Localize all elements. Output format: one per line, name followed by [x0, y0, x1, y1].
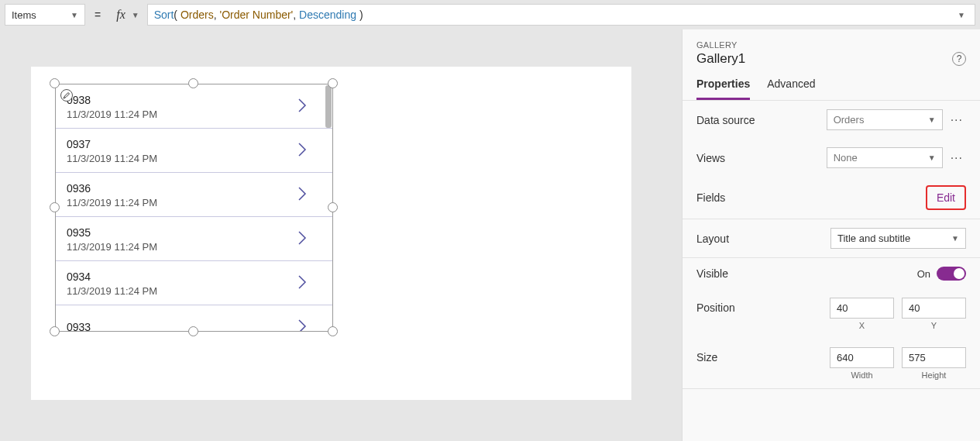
- size-width-input[interactable]: [830, 347, 894, 368]
- size-width-caption: Width: [851, 370, 872, 380]
- views-select[interactable]: None ▼: [827, 147, 943, 168]
- property-select-label: Items: [12, 9, 36, 21]
- fields-label: Fields: [696, 191, 926, 204]
- views-value: None: [834, 152, 858, 164]
- row-size: Size Width Height: [683, 339, 980, 388]
- formula-fn: Sort: [154, 9, 174, 21]
- properties-panel: GALLERY Gallery1 ? Properties Advanced D…: [682, 29, 980, 441]
- list-item-subtitle: 11/3/2019 11:24 PM: [67, 197, 297, 208]
- row-views: Views None ▼ ···: [683, 139, 980, 177]
- size-label: Size: [696, 347, 830, 363]
- formula-bar: Items ▼ = fx ▼ Sort( Orders, 'Order Numb…: [0, 0, 980, 29]
- list-item-subtitle: 11/3/2019 11:24 PM: [67, 109, 297, 120]
- chevron-right-icon[interactable]: [297, 186, 322, 205]
- panel-header: GALLERY Gallery1 ? Properties Advanced: [683, 29, 980, 101]
- list-item-text: 0937 11/3/2019 11:24 PM: [67, 138, 297, 164]
- formula-sep2: ,: [293, 9, 299, 21]
- size-height-input[interactable]: [902, 347, 966, 368]
- position-y-caption: Y: [931, 321, 937, 330]
- row-data-source: Data source Orders ▼ ···: [683, 101, 980, 139]
- list-item[interactable]: 0934 11/3/2019 11:24 PM: [56, 261, 332, 305]
- gallery-scroll: 0938 11/3/2019 11:24 PM 0937 11/3/2019 1…: [56, 84, 332, 331]
- gallery-control[interactable]: 0938 11/3/2019 11:24 PM 0937 11/3/2019 1…: [55, 84, 333, 332]
- formula-arg1: Orders: [181, 9, 214, 21]
- chevron-down-icon: ▼: [928, 153, 936, 162]
- position-x-input[interactable]: [830, 298, 894, 319]
- data-source-value: Orders: [834, 114, 865, 126]
- resize-handle-nw[interactable]: [50, 78, 60, 88]
- pencil-icon[interactable]: [60, 89, 73, 102]
- panel-type: GALLERY: [696, 40, 966, 50]
- panel-body: Data source Orders ▼ ··· Views None ▼ ··…: [683, 101, 980, 389]
- layout-select[interactable]: Title and subtitle ▼: [830, 228, 966, 249]
- chevron-right-icon[interactable]: [297, 274, 322, 293]
- data-source-label: Data source: [696, 114, 827, 126]
- scrollbar-thumb[interactable]: [325, 85, 332, 128]
- row-position: Position X Y: [683, 289, 980, 339]
- list-item[interactable]: 0938 11/3/2019 11:24 PM: [56, 84, 332, 129]
- position-label: Position: [696, 298, 830, 314]
- list-item-subtitle: 11/3/2019 11:24 PM: [67, 153, 297, 164]
- list-item[interactable]: 0936 11/3/2019 11:24 PM: [56, 173, 332, 217]
- visible-value: On: [917, 268, 930, 280]
- formula-close: ): [356, 9, 363, 21]
- visible-toggle[interactable]: [937, 267, 966, 281]
- chevron-down-icon: ▼: [928, 115, 936, 124]
- resize-handle-w[interactable]: [50, 202, 60, 212]
- layout-label: Layout: [696, 233, 830, 245]
- row-fields: Fields Edit: [683, 177, 980, 219]
- canvas-area: 0938 11/3/2019 11:24 PM 0937 11/3/2019 1…: [0, 29, 682, 441]
- equals-sign: =: [90, 9, 105, 21]
- canvas[interactable]: 0938 11/3/2019 11:24 PM 0937 11/3/2019 1…: [31, 67, 631, 400]
- views-label: Views: [696, 152, 827, 164]
- resize-handle-e[interactable]: [328, 202, 338, 212]
- chevron-right-icon[interactable]: [297, 142, 322, 160]
- size-height-caption: Height: [922, 370, 947, 380]
- chevron-right-icon[interactable]: [297, 230, 322, 249]
- chevron-down-icon: ▼: [132, 11, 139, 19]
- formula-open: (: [174, 9, 181, 21]
- fx-dropdown[interactable]: fx ▼: [110, 8, 142, 22]
- resize-handle-n[interactable]: [188, 78, 198, 88]
- list-item-subtitle: 11/3/2019 11:24 PM: [67, 241, 297, 253]
- formula-content: Sort( Orders, 'Order Number', Descending…: [154, 9, 954, 21]
- property-select[interactable]: Items ▼: [5, 4, 85, 26]
- data-source-select[interactable]: Orders ▼: [827, 109, 943, 130]
- list-item[interactable]: 0937 11/3/2019 11:24 PM: [56, 129, 332, 173]
- list-item-text: 0935 11/3/2019 11:24 PM: [67, 226, 297, 253]
- list-item-subtitle: 11/3/2019 11:24 PM: [67, 285, 297, 297]
- list-item-title: 0935: [67, 226, 297, 239]
- list-item-title: 0937: [67, 138, 297, 150]
- resize-handle-ne[interactable]: [328, 78, 338, 88]
- list-item-text: 0933: [67, 321, 297, 332]
- list-item-text: 0936 11/3/2019 11:24 PM: [67, 182, 297, 208]
- tab-properties[interactable]: Properties: [696, 78, 750, 100]
- position-y-input[interactable]: [902, 298, 966, 319]
- visible-label: Visible: [696, 267, 917, 280]
- views-more-icon[interactable]: ···: [943, 154, 966, 162]
- list-item-title: 0936: [67, 182, 297, 195]
- help-icon[interactable]: ?: [952, 52, 966, 66]
- panel-name[interactable]: Gallery1: [696, 51, 745, 67]
- fields-edit-button[interactable]: Edit: [926, 185, 966, 210]
- row-layout: Layout Title and subtitle ▼: [683, 219, 980, 257]
- resize-handle-s[interactable]: [188, 326, 198, 336]
- layout-value: Title and subtitle: [837, 233, 910, 244]
- formula-arg3: Descending: [299, 9, 356, 21]
- datasource-more-icon[interactable]: ···: [943, 116, 966, 124]
- row-visible: Visible On: [683, 258, 980, 289]
- position-x-caption: X: [859, 321, 865, 330]
- formula-expand-icon[interactable]: ▼: [954, 11, 968, 19]
- chevron-right-icon[interactable]: [297, 98, 322, 116]
- resize-handle-se[interactable]: [328, 326, 338, 336]
- chevron-right-icon[interactable]: [297, 319, 322, 331]
- list-item-text: 0938 11/3/2019 11:24 PM: [67, 94, 297, 120]
- list-item-title: 0938: [67, 94, 297, 106]
- formula-input[interactable]: Sort( Orders, 'Order Number', Descending…: [147, 4, 975, 26]
- fx-icon: fx: [113, 8, 129, 22]
- chevron-down-icon: ▼: [70, 11, 78, 19]
- tab-advanced[interactable]: Advanced: [767, 78, 815, 100]
- resize-handle-sw[interactable]: [50, 326, 60, 336]
- list-item[interactable]: 0935 11/3/2019 11:24 PM: [56, 217, 332, 261]
- list-item-title: 0934: [67, 270, 297, 283]
